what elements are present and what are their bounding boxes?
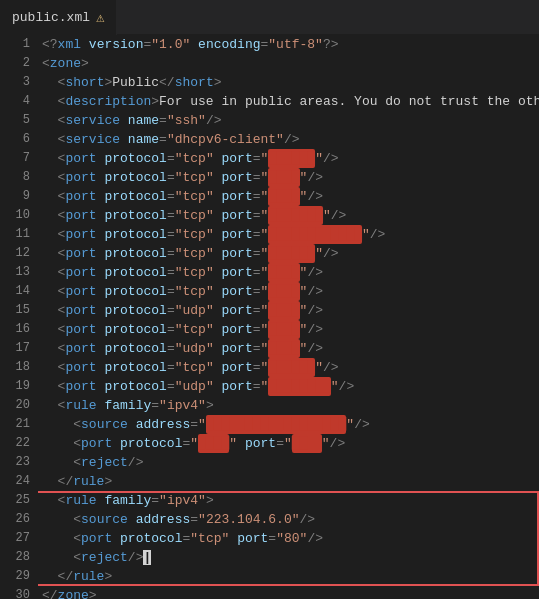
code-line-20: <rule family="ipv4"> [42, 396, 539, 415]
tab-filename: public.xml [12, 10, 90, 25]
warning-icon: ⚠ [96, 9, 104, 26]
code-line-23: <reject/> [42, 453, 539, 472]
code-line-29: </rule> [42, 567, 539, 586]
editor-container: 1 2 3 4 5 6 7 8 9 10 11 12 13 14 15 16 1… [0, 35, 539, 599]
code-line-9: <port protocol="tcp" port="████"/> [42, 187, 539, 206]
code-line-7: <port protocol="tcp" port="██████"/> [42, 149, 539, 168]
tab-public-xml[interactable]: public.xml ⚠ [0, 0, 117, 35]
code-line-3: <short>Public</short> [42, 73, 539, 92]
tab-bar: public.xml ⚠ [0, 0, 539, 35]
code-line-28: <reject/>| [42, 548, 539, 567]
code-line-16: <port protocol="tcp" port="████"/> [42, 320, 539, 339]
code-line-15: <port protocol="udp" port="████"/> [42, 301, 539, 320]
code-line-18: <port protocol="tcp" port="██████"/> [42, 358, 539, 377]
code-area[interactable]: <?xml version="1.0" encoding="utf-8"?> <… [38, 35, 539, 599]
code-line-2: <zone> [42, 54, 539, 73]
line-numbers: 1 2 3 4 5 6 7 8 9 10 11 12 13 14 15 16 1… [0, 35, 38, 599]
code-line-24: </rule> [42, 472, 539, 491]
code-line-8: <port protocol="tcp" port="████"/> [42, 168, 539, 187]
code-line-19: <port protocol="udp" port="████████"/> [42, 377, 539, 396]
code-line-1: <?xml version="1.0" encoding="utf-8"?> [42, 35, 539, 54]
code-line-21: <source address="██████████████████"/> [42, 415, 539, 434]
code-line-25: <rule family="ipv4"> [42, 491, 539, 510]
code-line-26: <source address="223.104.6.0"/> [42, 510, 539, 529]
code-line-17: <port protocol="udp" port="████"/> [42, 339, 539, 358]
code-line-12: <port protocol="tcp" port="██████"/> [42, 244, 539, 263]
code-line-27: <port protocol="tcp" port="80"/> [42, 529, 539, 548]
code-line-11: <port protocol="tcp" port="████████████"… [42, 225, 539, 244]
code-line-5: <service name="ssh"/> [42, 111, 539, 130]
code-line-14: <port protocol="tcp" port="████"/> [42, 282, 539, 301]
code-line-6: <service name="dhcpv6-client"/> [42, 130, 539, 149]
code-line-30: </zone> [42, 586, 539, 599]
code-line-4: <description>For use in public areas. Yo… [42, 92, 539, 111]
code-line-22: <port protocol="████" port="██"/> [42, 434, 539, 453]
code-line-13: <port protocol="tcp" port="████"/> [42, 263, 539, 282]
code-line-10: <port protocol="tcp" port="███████"/> [42, 206, 539, 225]
